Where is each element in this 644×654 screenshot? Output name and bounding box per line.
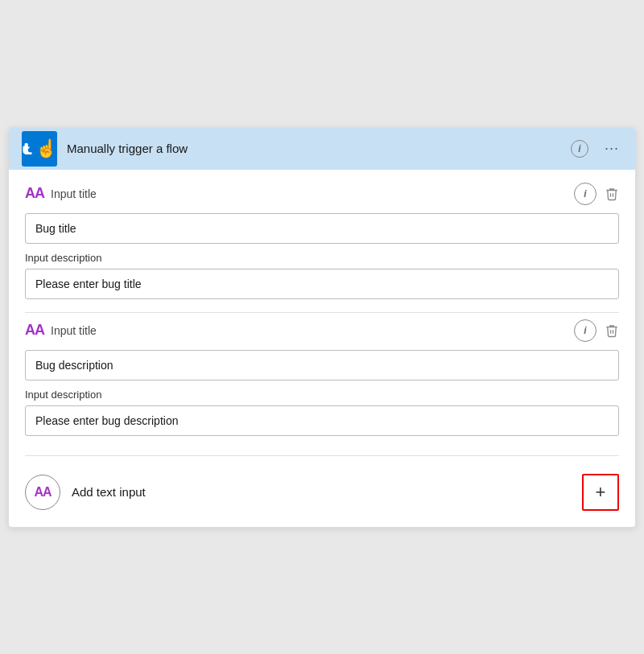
input-block-1-actions: i (574, 183, 619, 205)
input-block-1-title-input[interactable] (25, 213, 619, 244)
trigger-icon-box: ☝ (22, 131, 57, 167)
card-body: AA Input title i (9, 170, 635, 527)
add-text-icon: AA (34, 485, 51, 500)
input-block-2-delete-button[interactable] (605, 323, 619, 338)
text-type-icon-2: AA (25, 322, 44, 339)
input-block-2-header: AA Input title i (25, 319, 619, 342)
header-title: Manually trigger a flow (67, 142, 558, 155)
more-icon: ··· (605, 140, 619, 157)
input-block-1-desc-label: Input description (25, 252, 619, 264)
input-block-1: AA Input title i (25, 183, 619, 313)
info-icon-circle: i (571, 140, 588, 158)
input-block-1-info-button[interactable]: i (574, 183, 597, 205)
input-block-1-label-area: AA Input title (25, 185, 97, 202)
input-block-1-title-label: Input title (51, 187, 97, 200)
input-block-2-title-input[interactable] (25, 350, 619, 380)
input-block-1-header: AA Input title i (25, 183, 619, 205)
section-divider (25, 455, 619, 456)
add-text-input-label: Add text input (72, 485, 571, 499)
trash-icon-1 (605, 187, 619, 201)
info-icon-1: i (584, 188, 586, 199)
add-text-input-section: AA Add text input + (25, 463, 619, 514)
input-block-2-info-button[interactable]: i (574, 319, 597, 342)
input-block-2-title-label: Input title (51, 324, 97, 337)
header-more-button[interactable]: ··· (601, 137, 622, 160)
input-block-2-actions: i (574, 319, 619, 342)
input-block-1-delete-button[interactable] (605, 187, 619, 201)
add-text-icon-circle: AA (25, 475, 60, 510)
text-type-icon-1: AA (25, 185, 44, 202)
header-info-button[interactable]: i (568, 137, 592, 161)
input-block-2-label-area: AA Input title (25, 322, 97, 339)
input-block-1-desc-input[interactable] (25, 269, 619, 299)
add-plus-button[interactable]: + (582, 474, 619, 511)
trigger-icon (22, 138, 35, 159)
hand-icon: ☝ (35, 140, 57, 158)
info-icon-2: i (584, 325, 586, 336)
plus-icon: + (596, 482, 606, 503)
trash-icon-2 (605, 323, 619, 338)
card-header: ☝ Manually trigger a flow i ··· (9, 128, 635, 170)
trigger-card: ☝ Manually trigger a flow i ··· AA Input… (8, 127, 636, 528)
input-block-2-desc-input[interactable] (25, 405, 619, 436)
header-actions: i ··· (568, 137, 622, 161)
input-block-2: AA Input title i (25, 319, 619, 449)
input-block-2-desc-label: Input description (25, 389, 619, 401)
